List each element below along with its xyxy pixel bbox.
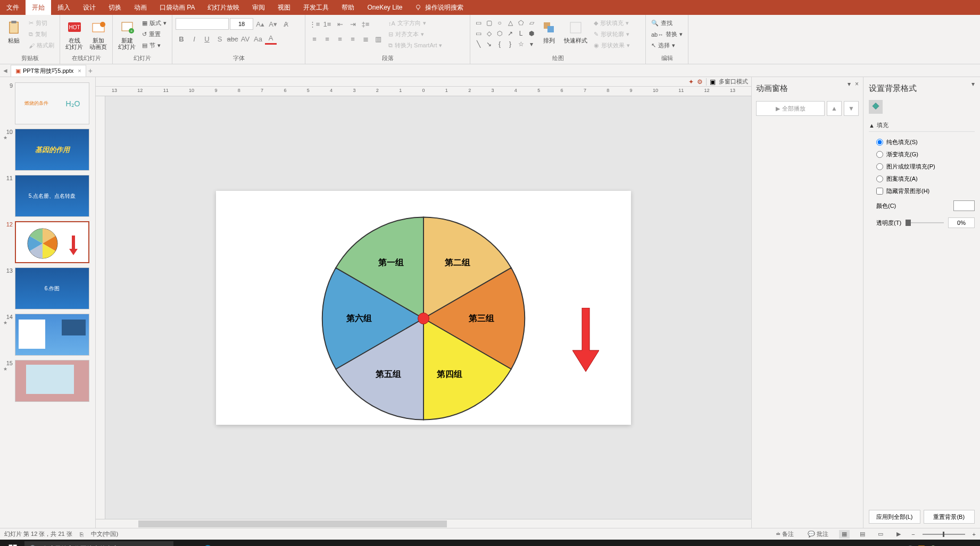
solid-fill-radio[interactable]: 纯色填充(S) [869, 136, 975, 148]
slide-canvas[interactable]: 第一组 第二组 第三组 第四组 第五组 第六组 [96, 96, 751, 519]
bold-button[interactable]: B [176, 33, 187, 45]
replace-button[interactable]: ab↔替换▾ [649, 29, 685, 39]
thumb-12[interactable]: 12 [0, 219, 95, 265]
task-ppt-icon[interactable]: P [331, 540, 352, 546]
task-explorer-icon[interactable]: 📁 [175, 540, 196, 546]
case-button[interactable]: Aa [252, 33, 264, 45]
task-app4-icon[interactable]: ▣ [286, 540, 308, 546]
reset-button[interactable]: ↺重置 [140, 29, 169, 39]
hide-bg-checkbox[interactable]: 隐藏背景图形(H) [869, 185, 975, 197]
tab-onekey[interactable]: OneKey Lite [361, 1, 409, 14]
start-button[interactable] [2, 540, 23, 546]
language-indicator[interactable]: 中文(中国) [91, 530, 118, 538]
new-slide-button[interactable]: + 新建 幻灯片 [116, 18, 138, 51]
distribute-button[interactable]: ≣ [360, 33, 371, 45]
shape-outline-button[interactable]: ✎形状轮廓▾ [592, 29, 632, 39]
find-button[interactable]: 🔍查找 [649, 18, 675, 28]
thumb-11[interactable]: 11 5.点名册、点名转盘 [0, 173, 95, 219]
spacing-button[interactable]: AV [239, 33, 251, 45]
tab-design[interactable]: 设计 [77, 0, 102, 15]
task-app1-icon[interactable]: ◆ [219, 540, 240, 546]
underline-button[interactable]: U [201, 33, 213, 45]
tab-pocket[interactable]: 口袋动画 PA [153, 0, 201, 15]
gear-icon[interactable]: ⚙ [697, 78, 703, 86]
font-color-button[interactable]: A [265, 33, 277, 45]
task-app2-icon[interactable]: ✕ [242, 540, 263, 546]
close-pane-icon[interactable]: × [855, 80, 859, 88]
tab-insert[interactable]: 插入 [51, 0, 77, 15]
collapse-pane-icon[interactable]: ▾ [848, 80, 851, 88]
thumbnail-panel[interactable]: 9 燃烧的条件H₂O 10★ 基因的作用 11 5.点名册、点名转盘 12 13… [0, 77, 96, 528]
select-button[interactable]: ↖选择▾ [649, 40, 677, 51]
quick-styles-button[interactable]: 快速样式 [562, 18, 589, 45]
thumb-10[interactable]: 10★ 基因的作用 [0, 127, 95, 173]
tab-review[interactable]: 审阅 [246, 0, 271, 15]
magic-icon[interactable]: ✦ [688, 78, 694, 86]
align-left-button[interactable]: ≡ [309, 33, 320, 45]
tab-file[interactable]: 文件 [0, 0, 26, 15]
line-spacing-button[interactable]: ‡≡ [360, 18, 371, 30]
thumb-13[interactable]: 13 6.作图 [0, 265, 95, 312]
tab-home[interactable]: 开始 [26, 0, 51, 15]
smartart-button[interactable]: ⧉转换为 SmartArt▾ [386, 40, 444, 51]
down-arrow-shape[interactable] [572, 308, 599, 372]
slide[interactable]: 第一组 第二组 第三组 第四组 第五组 第六组 [216, 191, 631, 425]
task-edge-icon[interactable]: 🌐 [197, 540, 218, 546]
text-direction-button[interactable]: ↕A文字方向▾ [386, 18, 444, 28]
reset-bg-button[interactable]: 重置背景(B) [924, 510, 975, 524]
move-up-button[interactable]: ▲ [827, 101, 842, 116]
zoom-in-icon[interactable]: + [973, 531, 976, 537]
zoom-out-icon[interactable]: − [911, 531, 915, 537]
zoom-slider[interactable] [923, 534, 965, 535]
thumb-14[interactable]: 14★ [0, 312, 95, 358]
font-family-select[interactable] [176, 18, 229, 30]
align-center-button[interactable]: ≡ [321, 33, 333, 45]
copy-button[interactable]: ⧉复制 [27, 29, 56, 39]
move-down-button[interactable]: ▼ [844, 101, 859, 116]
clear-format-button[interactable]: A̷ [280, 18, 292, 30]
strike-button[interactable]: abc [227, 33, 238, 45]
numbering-button[interactable]: 1≡ [321, 18, 333, 30]
tell-me-search[interactable]: 操作说明搜索 [409, 3, 469, 12]
normal-view-icon[interactable]: ▦ [839, 530, 850, 539]
align-text-button[interactable]: ⊟对齐文本▾ [386, 29, 444, 39]
nav-back-icon[interactable]: ◄ [2, 67, 9, 74]
section-button[interactable]: ▤节▾ [140, 40, 169, 51]
cut-button[interactable]: ✂剪切 [27, 18, 56, 28]
multi-window-label[interactable]: 多窗口模式 [719, 78, 748, 86]
decrease-font-button[interactable]: A▾ [267, 18, 279, 30]
group-wheel[interactable]: 第一组 第二组 第三组 第四组 第五组 第六组 [317, 212, 530, 425]
new-anim-button[interactable]: 新加 动画页 [87, 18, 109, 51]
tab-slideshow[interactable]: 幻灯片放映 [201, 0, 246, 15]
picture-fill-radio[interactable]: 图片或纹理填充(P) [869, 161, 975, 173]
add-tab-icon[interactable]: + [88, 66, 93, 75]
indent-inc-button[interactable]: ⇥ [347, 18, 359, 30]
format-painter-button[interactable]: 🖌格式刷 [27, 40, 56, 51]
bullets-button[interactable]: ⋮≡ [309, 18, 320, 30]
tab-view[interactable]: 视图 [271, 0, 297, 15]
align-right-button[interactable]: ≡ [334, 33, 346, 45]
align-justify-button[interactable]: ≡ [347, 33, 359, 45]
collapse-format-icon[interactable]: ▾ [971, 80, 975, 88]
comments-button[interactable]: 💬 批注 [804, 530, 832, 538]
thumbnail[interactable]: 6.作图 [15, 267, 89, 309]
layout-button[interactable]: ▦版式▾ [140, 18, 169, 28]
gradient-fill-radio[interactable]: 渐变填充(G) [869, 148, 975, 161]
thumbnail[interactable]: 燃烧的条件H₂O [15, 82, 89, 124]
transparency-input[interactable] [948, 217, 975, 228]
shape-fill-button[interactable]: ◆形状填充▾ [592, 18, 632, 28]
task-app3-icon[interactable]: ⬡ [264, 540, 285, 546]
shape-effects-button[interactable]: ◉形状效果▾ [592, 40, 632, 51]
font-size-select[interactable] [230, 18, 253, 30]
arrange-button[interactable]: 排列 [538, 18, 560, 45]
tab-animation[interactable]: 动画 [128, 0, 153, 15]
increase-font-button[interactable]: A▴ [254, 18, 266, 30]
color-picker[interactable] [953, 200, 975, 211]
thumbnail[interactable] [15, 221, 89, 263]
tab-help[interactable]: 帮助 [335, 0, 361, 15]
fill-tab-icon[interactable] [869, 100, 883, 114]
indent-dec-button[interactable]: ⇤ [334, 18, 346, 30]
notes-button[interactable]: ≐ 备注 [773, 530, 797, 538]
shadow-button[interactable]: S [214, 33, 226, 45]
thumb-15[interactable]: 15★ [0, 358, 95, 404]
